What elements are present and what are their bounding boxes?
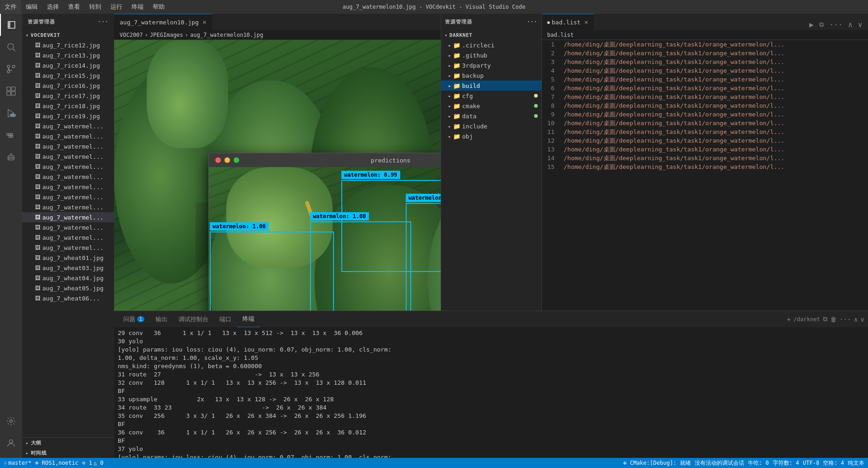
activity-source-control[interactable] [0,58,22,80]
status-debug[interactable]: 没有活动的调试会话 [695,459,744,467]
tree-item-obj[interactable]: ▸ 📁 obj [441,131,541,141]
timeline-section[interactable]: ▸ 时间线 [22,448,114,458]
tree-item-data[interactable]: ▸ 📁 data [441,111,541,121]
sidebar-section[interactable]: ▾ VOCDEVKIT [22,30,114,40]
file-icon: 🖼 [35,62,40,69]
menu-edit[interactable]: 编辑 [21,0,42,14]
tab-output[interactable]: 输出 [150,311,173,327]
tree-item-cmake[interactable]: ▸ 📁 cmake [441,101,541,111]
split-editor-icon[interactable]: ⧉ [817,20,826,29]
list-item[interactable]: 🖼aug_7_watermel... [22,222,114,232]
list-item[interactable]: 🖼aug_7_watermel... [22,121,114,131]
list-item[interactable]: 🖼aug_7_rice15.jpg [22,70,114,81]
list-item[interactable]: 🖼aug_7_watermel... [22,202,114,212]
list-item[interactable]: 🖼aug_7_watermel... [22,192,114,202]
tree-item-circleci[interactable]: ▸ 📁 .circleci [441,40,541,50]
list-item[interactable]: 🖼aug_7_rice13.jpg [22,50,114,60]
list-item[interactable]: 🖼aug_7_rice18.jpg [22,101,114,111]
prediction-window[interactable]: predictions — □ ✕ [208,153,441,311]
menu-goto[interactable]: 转到 [85,0,106,14]
list-item[interactable]: 🖼aug_7_rice16.jpg [22,81,114,91]
activity-account[interactable] [0,432,22,454]
list-item[interactable]: 🖼aug_7_wheat04.jpg [22,273,114,283]
tree-item-include[interactable]: ▸ 📁 include [441,121,541,131]
tab-ports[interactable]: 端口 [214,311,237,327]
breadcrumb-part-3[interactable]: aug_7_watermelon10.jpg [190,32,263,38]
breadcrumb-part-1[interactable]: VOC2007 [120,32,143,38]
activity-settings[interactable] [0,410,22,432]
tab-bad-list[interactable]: ● bad.list × [542,14,594,30]
status-branch[interactable]: ⑃ master* [4,460,32,466]
tab-problems[interactable]: 问题 1 [118,311,150,327]
outline-section[interactable]: ▸ 大纲 [22,438,114,448]
menu-run[interactable]: 运行 [106,0,127,14]
status-encoding[interactable]: UTF-8 [803,460,819,466]
status-custom[interactable]: 牛吃: 0 [748,459,769,467]
list-item[interactable]: 🖼aug_7_watermel... [22,141,114,151]
tab-debug-console[interactable]: 调试控制台 [173,311,214,327]
list-item[interactable]: 🖼aug_7_rice14.jpg [22,60,114,70]
tab-terminal[interactable]: 终端 [237,311,260,327]
list-item-active[interactable]: 🖼aug_7_watermel... [22,212,114,222]
activity-robot[interactable] [0,146,22,168]
expand-panel-icon[interactable]: ∨ [861,316,864,323]
sidebar-more-icon[interactable]: ··· [98,19,109,25]
status-language[interactable]: 纯文本 [848,459,864,467]
activity-search[interactable] [0,36,22,58]
window-maximize-button[interactable] [234,157,239,163]
list-item[interactable]: 🖼aug_7_rice19.jpg [22,111,114,121]
tab-close-button[interactable]: × [584,18,588,26]
list-item[interactable]: 🖼aug_7_wheat05.jpg [22,283,114,293]
list-item[interactable]: 🖼aug_7_watermel... [22,162,114,172]
tree-item-build[interactable]: ▸ 📁 build [441,81,541,91]
tree-item-backup[interactable]: ▸ 📁 backup [441,70,541,81]
list-item[interactable]: 🖼aug_7_watermel... [22,182,114,192]
list-item[interactable]: 🖼aug_7_watermel... [22,131,114,141]
close-panel-icon[interactable]: ∧ [854,316,857,323]
menu-view[interactable]: 查看 [63,0,85,14]
status-ros[interactable]: ⊗ ROS1,noetic [35,460,79,466]
menu-file[interactable]: 文件 [0,0,21,14]
list-item[interactable]: 🖼aug_7_wheat01.jpg [22,253,114,263]
list-item[interactable]: 🖼aug_7_watermel... [22,232,114,243]
list-item[interactable]: 🖼aug_7_wheat03.jpg [22,263,114,273]
list-item[interactable]: 🖼aug_7_watermel... [22,151,114,162]
menu-help[interactable]: 帮助 [148,0,169,14]
list-item[interactable]: 🖼aug_7_watermel... [22,243,114,253]
chevron-right-icon: ▸ [448,104,451,109]
list-item[interactable]: 🖼aug_7_wheat06... [22,293,114,303]
status-line-col[interactable]: 字符数: 4 [773,459,799,467]
new-terminal-icon[interactable]: + [787,316,791,323]
right-explorer-more[interactable]: ··· [527,19,538,25]
right-sidebar-section[interactable]: ▾ DARKNET [441,30,541,40]
menu-select[interactable]: 选择 [42,0,63,14]
status-errors[interactable]: ⊙ 1 △ 0 [82,460,103,466]
tree-item-cfg[interactable]: ▸ 📁 cfg [441,91,541,101]
tab-close-button[interactable]: × [202,18,206,26]
activity-extensions[interactable] [0,80,22,102]
tree-item-3rdparty[interactable]: ▸ 📁 3rdparty [441,60,541,70]
menu-terminal[interactable]: 终端 [127,0,148,14]
more-actions-icon[interactable]: ··· [828,19,845,30]
activity-docker[interactable] [0,124,22,146]
status-eol[interactable]: 空格: 4 [823,459,844,467]
list-item[interactable]: 🖼aug_7_rice17.jpg [22,91,114,101]
status-cmake[interactable]: ⊕ CMake:[Debug]: 就绪 [623,459,691,467]
tree-item-github[interactable]: ▸ 📁 .github [441,50,541,60]
split-terminal-icon[interactable]: ⧉ [823,315,828,323]
code-editor[interactable]: 12345 678910 1112131415 /home/ding/桌面/de… [542,40,868,311]
expand-icon[interactable]: ∨ [856,19,864,30]
more-terminal-icon[interactable]: ··· [839,316,851,323]
breadcrumb-part-2[interactable]: JPEGImages [150,32,183,38]
list-item[interactable]: 🖼aug_7_rice12.jpg [22,40,114,50]
activity-run[interactable]: 3K+ [0,102,22,124]
collapse-icon[interactable]: ∧ [846,19,855,30]
activity-explorer[interactable] [0,14,22,36]
terminal-content[interactable]: 29 conv 36 1 x 1/ 1 13 x 13 x 512 -> 13 … [114,327,868,458]
window-close-button[interactable] [215,157,221,163]
window-minimize-button[interactable] [224,157,230,163]
trash-icon[interactable]: 🗑 [830,316,837,323]
run-icon[interactable]: ▶ [807,19,816,30]
tab-active[interactable]: aug_7_watermelon10.jpg × [114,14,213,30]
list-item[interactable]: 🖼aug_7_watermel... [22,172,114,182]
